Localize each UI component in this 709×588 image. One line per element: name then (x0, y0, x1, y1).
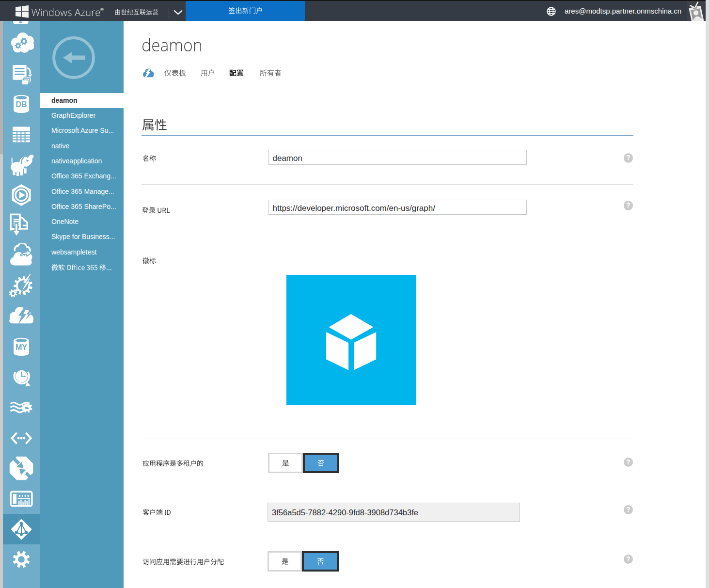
svg-text:MY: MY (16, 343, 27, 351)
svg-text:DB: DB (16, 100, 27, 109)
